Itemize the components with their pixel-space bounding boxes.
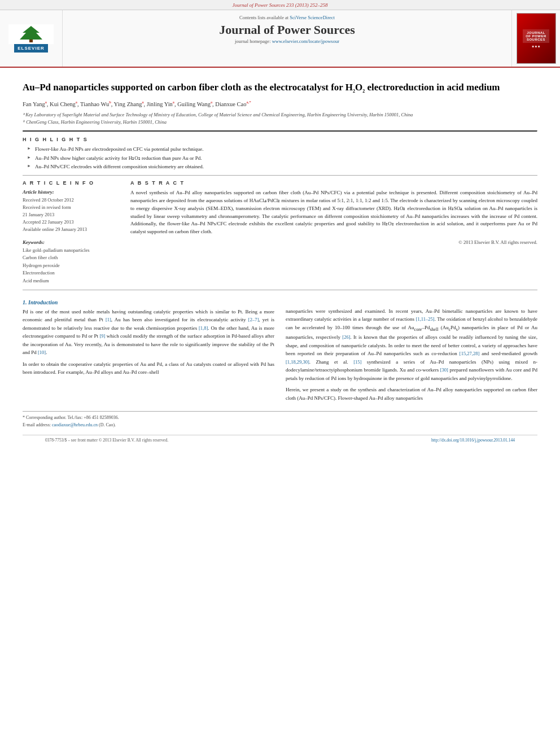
- keyword-5: Acid medium: [23, 277, 121, 285]
- highlights-label: H I G H L I G H T S: [23, 137, 537, 142]
- abstract-col: A B S T R A C T A novel synthesis of Au–…: [130, 180, 537, 285]
- issn-text: 0378-7753/$ – see front matter © 2013 El…: [45, 438, 168, 443]
- journal-name-header: Journal of Power Sources: [68, 23, 506, 37]
- revised-row: Received in revised form: [23, 204, 121, 211]
- intro-heading: 1. Introduction: [23, 299, 274, 305]
- affil-b: ᵇ ChenGeng Class, Harbin Engineering Uni…: [23, 119, 537, 126]
- keyword-4: Electroreduction: [23, 269, 121, 277]
- cover-label: JOURNALOF POWERSOURCES: [526, 31, 546, 41]
- keyword-2: Carbon fiber cloth: [23, 254, 121, 262]
- sciverse-text: Contents lists available at: [239, 15, 290, 20]
- journal-top-bar: Journal of Power Sources 233 (2013) 252–…: [0, 0, 560, 10]
- keyword-1: Like gold–palladium nanoparticles: [23, 247, 121, 255]
- keywords-list: Like gold–palladium nanoparticles Carbon…: [23, 247, 121, 285]
- revised-date-row: 21 January 2013: [23, 211, 121, 219]
- body-col-left: 1. Introduction Pd is one of the most us…: [23, 296, 274, 403]
- header-left: ELSEVIER: [0, 10, 62, 67]
- highlights-divider: [23, 175, 537, 176]
- revised-label: Received in revised form: [23, 204, 71, 210]
- page: Journal of Power Sources 233 (2013) 252–…: [0, 0, 560, 747]
- highlight-item-1: Flower-like Au–Pd NPs are electrodeposit…: [27, 146, 537, 153]
- cover-decoration: ■ ■ ■: [532, 45, 540, 48]
- intro-para-3: nanoparticles were synthesized and exami…: [286, 307, 537, 383]
- ref-1-11-25[interactable]: [1,11–25]: [416, 316, 435, 322]
- history-title: Article history:: [23, 189, 121, 195]
- highlight-item-2: Au–Pd NPs show higher catalytic activity…: [27, 155, 537, 162]
- body-col-right: nanoparticles were synthesized and exami…: [286, 296, 537, 403]
- title-divider: [23, 130, 537, 132]
- ref-15-inline[interactable]: [15]: [353, 359, 361, 365]
- ref-30[interactable]: [30]: [440, 367, 448, 373]
- accepted-row: Accepted 22 January 2013: [23, 219, 121, 226]
- corresponding-note: * Corresponding author. Tel./fax: +86 45…: [23, 414, 537, 422]
- ref-15-27-28[interactable]: [15,27,28]: [460, 351, 479, 356]
- cover-inner-box: JOURNALOF POWERSOURCES: [523, 29, 549, 43]
- elsevier-brand: ELSEVIER: [14, 44, 48, 53]
- header-area: ELSEVIER Contents lists available at Sci…: [0, 10, 560, 68]
- article-info-abstract: A R T I C L E I N F O Article history: R…: [23, 180, 537, 285]
- authors: Fan Yanga, Kui Chenga, Tianhao Wub, Ying…: [23, 99, 537, 108]
- article-title: Au–Pd nanoparticles supported on carbon …: [23, 81, 537, 95]
- intro-para-4: Herein, we present a study on the synthe…: [286, 386, 537, 402]
- highlight-item-3: Au–Pd NPs/CFC electrodes with different …: [27, 163, 537, 171]
- abstract-label: A B S T R A C T: [130, 180, 537, 186]
- copyright-line: © 2013 Elsevier B.V. All rights reserved…: [130, 239, 537, 245]
- elsevier-logo: [8, 24, 54, 44]
- affil-a: ᵃ Key Laboratory of Superlight Material …: [23, 111, 537, 119]
- intro-para-2: In order to obtain the cooperative catal…: [23, 360, 274, 377]
- abstract-text: A novel synthesis of Au–Pd alloy nanopar…: [130, 189, 537, 237]
- intro-para-1: Pd is one of the most used noble metals …: [23, 308, 274, 357]
- highlights-list: Flower-like Au–Pd NPs are electrodeposit…: [27, 146, 537, 171]
- intro-num: 1.: [23, 299, 27, 305]
- keyword-3: Hydrogen peroxide: [23, 262, 121, 270]
- homepage-link[interactable]: www.elsevier.com/locate/jpowsour: [272, 38, 339, 44]
- email-address[interactable]: caodiaxue@hrbeu.edu.cn: [52, 422, 98, 427]
- ref-26[interactable]: [26]: [342, 334, 350, 340]
- article-info-col: A R T I C L E I N F O Article history: R…: [23, 180, 121, 285]
- header-right: JOURNALOF POWERSOURCES ■ ■ ■: [512, 10, 560, 67]
- header-center: Contents lists available at SciVerse Sci…: [62, 10, 512, 67]
- journal-homepage: journal homepage: www.elsevier.com/locat…: [68, 38, 506, 44]
- sciverse-line: Contents lists available at SciVerse Sci…: [68, 15, 506, 20]
- highlights-section: H I G H L I G H T S Flower-like Au–Pd NP…: [23, 137, 537, 171]
- footnote-area: * Corresponding author. Tel./fax: +86 45…: [23, 411, 537, 429]
- email-note: E-mail address: caodiaxue@hrbeu.edu.cn (…: [23, 422, 537, 429]
- journal-cover-image: JOURNALOF POWERSOURCES ■ ■ ■: [517, 13, 556, 64]
- ref-10[interactable]: [10]: [38, 350, 46, 355]
- keywords-block: Keywords: Like gold–palladium nanopartic…: [23, 239, 121, 285]
- ref-1-8[interactable]: [1,8]: [199, 325, 208, 331]
- main-content: Au–Pd nanoparticles supported on carbon …: [0, 68, 560, 451]
- email-label: E-mail address:: [23, 422, 52, 427]
- journal-citation: Journal of Power Sources 233 (2013) 252–…: [232, 2, 327, 8]
- ref-2-7[interactable]: [2–7]: [248, 317, 259, 322]
- bottom-bar: 0378-7753/$ – see front matter © 2013 El…: [23, 435, 537, 445]
- intro-title: Introduction: [28, 299, 58, 305]
- doi-link[interactable]: http://dx.doi.org/10.1016/j.jpowsour.201…: [431, 438, 515, 443]
- svg-rect-2: [29, 40, 33, 42]
- available-row: Available online 29 January 2013: [23, 226, 121, 233]
- homepage-text: journal homepage:: [235, 38, 272, 44]
- sciverse-link[interactable]: SciVerse ScienceDirect: [290, 15, 335, 20]
- received-row: Received 28 October 2012: [23, 196, 121, 204]
- ref-1-18-29-30[interactable]: [1,18,29,30]: [286, 359, 309, 365]
- article-history-block: Article history: Received 28 October 201…: [23, 189, 121, 234]
- keywords-title: Keywords:: [23, 239, 121, 245]
- ref-9[interactable]: [9]: [99, 333, 105, 339]
- abstract-divider: [23, 290, 537, 290]
- affiliations: ᵃ Key Laboratory of Superlight Material …: [23, 111, 537, 126]
- email-person: (D. Cao).: [99, 422, 116, 427]
- article-info-label: A R T I C L E I N F O: [23, 180, 121, 186]
- ref-1[interactable]: [1]: [106, 317, 111, 322]
- body-content: 1. Introduction Pd is one of the most us…: [23, 296, 537, 403]
